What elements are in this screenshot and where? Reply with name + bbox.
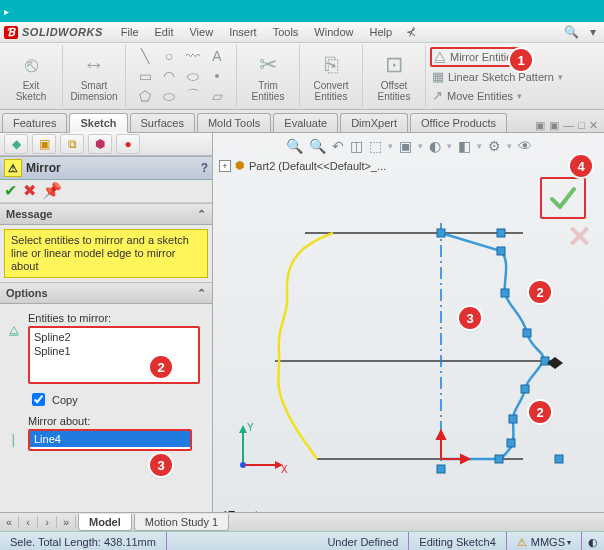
tab-dimxpert[interactable]: DimXpert <box>340 113 408 132</box>
svg-text:Y: Y <box>247 422 254 433</box>
search-icon[interactable]: 🔍 <box>562 24 580 40</box>
prev-view-icon[interactable]: ↶ <box>332 138 344 154</box>
tab-sketch[interactable]: Sketch <box>69 113 127 133</box>
flyout-tree[interactable]: + ⬢ Part2 (Default<<Default>_... <box>219 159 386 172</box>
section-icon[interactable]: ◫ <box>350 138 363 154</box>
mdi-icon[interactable]: ▣ <box>535 119 545 132</box>
trim-entities-button[interactable]: ✂ Trim Entities <box>237 45 300 107</box>
menu-view[interactable]: View <box>181 26 221 38</box>
status-units[interactable]: ⚠ MMGS ▾ <box>507 532 582 550</box>
linear-pattern-button[interactable]: ▦ Linear Sketch Pattern ▾ <box>430 69 565 84</box>
panel-tab-config-icon[interactable]: ▣ <box>32 134 56 154</box>
menu-tools[interactable]: Tools <box>265 26 307 38</box>
panel-tab-dim-icon[interactable]: ⬢ <box>88 134 112 154</box>
tab-nav-first-icon[interactable]: « <box>0 516 19 528</box>
part-label[interactable]: Part2 (Default<<Default>_... <box>249 160 386 172</box>
tab-nav-prev-icon[interactable]: ‹ <box>19 516 38 528</box>
tab-nav-next-icon[interactable]: › <box>38 516 57 528</box>
svg-rect-18 <box>555 455 563 463</box>
circle-icon[interactable]: ○ <box>158 47 180 65</box>
display-icon[interactable]: ▣ <box>399 138 412 154</box>
menu-window[interactable]: Window <box>306 26 361 38</box>
line-icon[interactable]: ╲ <box>134 47 156 65</box>
tab-surfaces[interactable]: Surfaces <box>130 113 195 132</box>
tab-office[interactable]: Office Products <box>410 113 507 132</box>
convert-entities-button[interactable]: ⎘ Convert Entities <box>300 45 363 107</box>
copy-check-input[interactable] <box>32 393 45 406</box>
zoom-area-icon[interactable]: 🔍 <box>309 138 326 154</box>
list-item[interactable]: Spline1 <box>34 344 194 358</box>
orient-icon[interactable]: ⬚ <box>369 138 382 154</box>
tab-evaluate[interactable]: Evaluate <box>273 113 338 132</box>
pushpin-icon[interactable]: 📌 <box>42 183 62 199</box>
svg-rect-13 <box>541 357 549 365</box>
tab-features[interactable]: Features <box>2 113 67 132</box>
mdi-max-icon[interactable]: □ <box>578 119 585 132</box>
svg-rect-8 <box>437 229 445 237</box>
tab-mold-tools[interactable]: Mold Tools <box>197 113 271 132</box>
fillet-icon[interactable]: ⌒ <box>182 87 204 105</box>
menu-pin-icon[interactable]: ⊀ <box>402 24 420 40</box>
smart-dimension-button[interactable]: ↔ Smart Dimension <box>63 45 126 107</box>
plane-icon[interactable]: ▱ <box>206 87 228 105</box>
offset-icon: ⊡ <box>385 52 403 78</box>
message-section-head[interactable]: Message ⌃ <box>0 203 212 225</box>
svg-marker-22 <box>239 425 247 433</box>
entities-list[interactable]: Spline2 Spline1 <box>28 326 200 384</box>
panel-tab-feature-icon[interactable]: ◆ <box>4 134 28 154</box>
collapse-icon[interactable]: ⌃ <box>197 208 206 221</box>
mdi-close-icon[interactable]: ✕ <box>589 119 598 132</box>
settings-icon[interactable]: ⚙ <box>488 138 501 154</box>
cancel-x-icon[interactable]: ✖ <box>23 183 36 199</box>
copy-checkbox[interactable]: Copy <box>28 390 206 409</box>
app-logo: Ɓ SOLIDWORKS <box>4 26 103 39</box>
property-confirm-row: ✔ ✖ 📌 <box>0 180 212 203</box>
slot-icon[interactable]: ⬭ <box>158 87 180 105</box>
list-item[interactable]: Line4 <box>30 431 190 447</box>
panel-tab-prop-icon[interactable]: ⧉ <box>60 134 84 154</box>
svg-rect-16 <box>507 439 515 447</box>
menu-help[interactable]: Help <box>361 26 400 38</box>
mdi-icon[interactable]: ▣ <box>549 119 559 132</box>
convert-icon: ⎘ <box>325 52 338 78</box>
polygon-icon[interactable]: ⬠ <box>134 87 156 105</box>
panel-tab-appear-icon[interactable]: ● <box>116 134 140 154</box>
tab-model[interactable]: Model <box>78 514 132 531</box>
apply-icon[interactable]: ◧ <box>458 138 471 154</box>
mdi-min-icon[interactable]: — <box>563 119 574 132</box>
text-icon[interactable]: A <box>206 47 228 65</box>
graphics-viewport[interactable]: 🔍 🔍 ↶ ◫ ⬚▾ ▣▾ ◐▾ ◧▾ ⚙▾ 👁 + ⬢ Part2 (Defa… <box>213 133 604 531</box>
mirror-entities-button[interactable]: ⧋ Mirror Entities <box>430 47 522 67</box>
offset-entities-button[interactable]: ⊡ Offset Entities <box>363 45 426 107</box>
menu-bar: Ɓ SOLIDWORKS File Edit View Insert Tools… <box>0 22 604 43</box>
ok-check-icon[interactable]: ✔ <box>4 183 17 199</box>
hide-icon[interactable]: 👁 <box>518 138 532 154</box>
menu-edit[interactable]: Edit <box>147 26 182 38</box>
status-editing: Editing Sketch4 <box>409 532 506 550</box>
exit-sketch-button[interactable]: ⎋ Exit Sketch <box>0 45 63 107</box>
move-entities-button[interactable]: ↗ Move Entities ▾ <box>430 88 524 103</box>
tab-motion-study[interactable]: Motion Study 1 <box>134 514 229 531</box>
menu-insert[interactable]: Insert <box>221 26 265 38</box>
collapse-icon[interactable]: ⌃ <box>197 287 206 300</box>
mirror-about-list[interactable]: Line4 <box>28 429 192 451</box>
ellipse-icon[interactable]: ⬭ <box>182 67 204 85</box>
expand-icon[interactable]: + <box>219 160 231 172</box>
rect-icon[interactable]: ▭ <box>134 67 156 85</box>
list-item[interactable]: Spline2 <box>34 330 194 344</box>
scene-icon[interactable]: ◐ <box>429 138 441 154</box>
help-icon[interactable]: ? <box>201 161 208 175</box>
pt-icon[interactable]: • <box>206 67 228 85</box>
tab-nav-last-icon[interactable]: » <box>57 516 76 528</box>
arc-icon[interactable]: ◠ <box>158 67 180 85</box>
status-extra-icon[interactable]: ◐ <box>582 532 604 550</box>
units-icon: ⚠ <box>517 536 527 549</box>
part-icon: ⬢ <box>235 159 245 172</box>
menu-dropdown-icon[interactable]: ▾ <box>584 24 602 40</box>
options-section-head[interactable]: Options ⌃ <box>0 282 212 304</box>
menu-file[interactable]: File <box>113 26 147 38</box>
property-panel: ◆ ▣ ⧉ ⬢ ● ⚠ Mirror ? ✔ ✖ 📌 Message ⌃ Sel… <box>0 133 213 531</box>
spline-icon[interactable]: 〰 <box>182 47 204 65</box>
window-title-bar: ▸ <box>0 0 604 22</box>
zoom-fit-icon[interactable]: 🔍 <box>286 138 303 154</box>
